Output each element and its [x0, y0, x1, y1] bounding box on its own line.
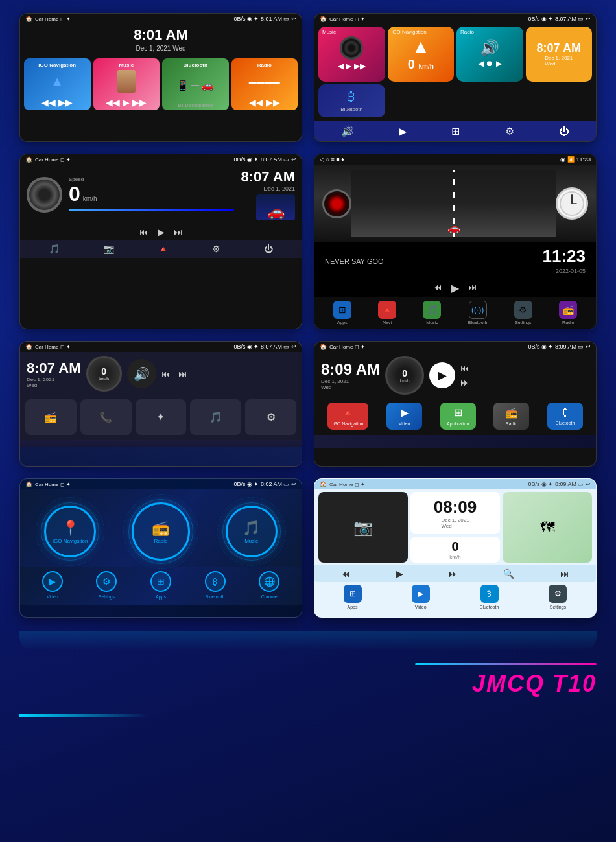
vinyl-large-s3 [27, 177, 62, 213]
home-icon-3: 🏠 [25, 156, 32, 163]
status-left-2: 🏠 Car Home ◻ ✦ [320, 16, 365, 22]
screen2-content: Music ◀ ▶ ▶▶ iGO Navigation ▲ 0 km/h Rad… [314, 24, 596, 121]
time-display-1: 8:01 AM [20, 24, 302, 45]
app-navi-s6[interactable]: 🔺 iGO Navigation [327, 403, 368, 430]
vinyl-disc-s2 [340, 36, 363, 60]
bt-icon-box-s4: ((·)) [469, 301, 487, 319]
play-circle-s6[interactable]: ▶ [429, 362, 455, 388]
app-video-s7[interactable]: ▶ Video [42, 571, 63, 599]
btn-phone-s5[interactable]: 📞 [80, 399, 132, 435]
app-label-navi: iGO Navigation [38, 62, 76, 68]
btn-settings-s5[interactable]: ⚙ [245, 399, 296, 435]
status-bar-2: 🏠 Car Home ◻ ✦ 0B/s ◉ ✦ 8:07 AM ▭ ↩ [314, 14, 596, 24]
video-icon-s6: ▶ [401, 406, 409, 419]
status-bar-1: 🏠 Car Home ◻ ✦ 0B/s ◉ ✦ 8:01 AM ▭ ↩ [20, 14, 302, 24]
more-s8[interactable]: ⏭ [560, 568, 569, 579]
star-icon-s5: ✦ [156, 411, 165, 423]
app-tile-radio-1[interactable]: Radio ▬▬▬▬ ◀◀ ▶▶ [231, 58, 298, 110]
home-icon-7: 🏠 [25, 481, 32, 487]
bt-widget-s2[interactable]: ₿ Bluetooth [318, 84, 385, 117]
reflection [19, 631, 597, 650]
prev-s8[interactable]: ⏮ [341, 568, 350, 579]
time-block-s6: 8:09 AM Dec 1, 2021 Wed [321, 360, 380, 390]
home-icon-8: 🏠 [320, 481, 327, 487]
bt-icon-s8: ₿ [480, 585, 499, 603]
fc-radio-icon: 📻 [152, 520, 169, 537]
status-bar-8: 🏠 Car Home ◻ ✦ 0B/s ◉ ✦ 8:09 AM ▭ ↩ [314, 479, 596, 489]
app-apps-s8[interactable]: ⊞ Apps [344, 585, 362, 609]
screen5-main: 8:07 AM Dec 1, 2021 Wed 0 km/h 🔊 ⏮ ⏭ [20, 352, 302, 395]
prev-s5[interactable]: ⏮ [161, 369, 171, 379]
app-tile-bt-1[interactable]: Bluetooth 📱 — 🚗 BT Disconnected [162, 58, 229, 110]
app-tile-navi-1[interactable]: iGO Navigation ▲ ◀◀ ▶▶ [24, 58, 91, 110]
play-icon-s3[interactable]: ▶ [158, 227, 165, 237]
btn-music-s5[interactable]: 🎵 [190, 399, 241, 435]
waveform-icon: ▬▬▬▬ [249, 77, 280, 86]
app-video-s6[interactable]: ▶ Video [386, 403, 422, 430]
camera-icon-s3[interactable]: 📷 [103, 244, 114, 254]
power-icon-s3[interactable]: ⏻ [264, 244, 273, 254]
next-s8[interactable]: ⏭ [449, 568, 458, 579]
app-bt-s7[interactable]: ₿ Bluetooth [205, 571, 226, 599]
play-s4[interactable]: ▶ [451, 282, 459, 294]
app-chrome-s7[interactable]: 🌐 Chrome [259, 571, 279, 599]
app-radio-s6[interactable]: 📻 Radio [493, 403, 529, 430]
next-icon-s3[interactable]: ⏭ [174, 227, 183, 237]
fc-navi-s7[interactable]: 📍 iGO Navigation [44, 506, 96, 557]
next-s6[interactable]: ⏭ [460, 377, 469, 388]
bottom-icons-s3: 🎵 📷 🔺 ⚙ ⏻ [20, 240, 302, 258]
app-label-bt: Bluetooth [184, 62, 207, 68]
prev-icon-s3[interactable]: ⏮ [139, 227, 148, 237]
sound-icon-s2[interactable]: 🔊 [341, 125, 354, 137]
app-item-bt-s4[interactable]: ((·)) Bluetooth [468, 301, 488, 325]
screen2-radio-tile[interactable]: Radio 🔊 ◀ ⏺ ▶ [456, 27, 523, 82]
app-settings-s7[interactable]: ⚙ Settings [96, 571, 117, 599]
power-icon-s2[interactable]: ⏻ [559, 126, 569, 137]
prev-s6[interactable]: ⏮ [460, 363, 469, 373]
song-time-row: NEVER SAY GOO 11:23 2022-01-05 [314, 242, 596, 279]
apps-icon-s2[interactable]: ⊞ [451, 125, 460, 137]
screen2-music-tile[interactable]: Music ◀ ▶ ▶▶ [318, 27, 385, 82]
app-item-apps-s4[interactable]: ⊞ Apps [333, 301, 351, 325]
music-icon-s3[interactable]: 🎵 [49, 244, 60, 254]
fc-music-s7[interactable]: 🎵 Music [226, 506, 278, 557]
settings-icon-s2[interactable]: ⚙ [505, 125, 514, 137]
screen-card-1: 🏠 Car Home ◻ ✦ 0B/s ◉ ✦ 8:01 AM ▭ ↩ 8:01… [19, 13, 302, 142]
controls-row-s3: ⏮ ▶ ⏭ [20, 224, 302, 240]
play-icon-s2[interactable]: ▶ [399, 125, 407, 137]
screen5-bg [20, 440, 302, 466]
navi-icon-s6: 🔺 [342, 406, 355, 419]
app-video-s8[interactable]: ▶ Video [412, 585, 430, 609]
prev-s4[interactable]: ⏮ [433, 282, 442, 294]
app-apps-s7[interactable]: ⊞ Apps [150, 571, 171, 599]
screen-card-8: 🏠 Car Home ◻ ✦ 0B/s ◉ ✦ 8:09 AM ▭ ↩ 📷 08… [314, 478, 597, 618]
search-s8[interactable]: 🔍 [503, 568, 514, 579]
road-car-s4: 🚗 [447, 222, 460, 234]
time-car-section: 8:07 AM Dec 1, 2021 🚗 [241, 169, 295, 220]
next-s5[interactable]: ⏭ [178, 369, 187, 379]
app-item-settings-s4[interactable]: ⚙ Settings [514, 301, 532, 325]
next-s4[interactable]: ⏭ [468, 282, 477, 294]
app-application-s6[interactable]: ⊞ Application [440, 403, 476, 430]
app-settings-s8[interactable]: ⚙ Settings [549, 585, 567, 609]
app-label-radio: Radio [257, 62, 272, 68]
app-bt-s8[interactable]: ₿ Bluetooth [480, 585, 499, 609]
play-s8[interactable]: ▶ [396, 568, 403, 579]
app-item-radio-s4[interactable]: 📻 Radio [559, 301, 577, 325]
app-tile-music-1[interactable]: Music ◀◀ ▶ ▶▶ [93, 58, 160, 110]
app-item-navi-s4[interactable]: 🔺 Navi [378, 301, 396, 325]
screen-card-4: ◁ ○ ≡ ■ ♦ ◉ 📶 11:23 🚗 NEVER SAY GOO [314, 154, 597, 329]
screen8-main: 📷 08:09 Dec 1, 2021 Wed 🗺 0 km/h [314, 489, 596, 565]
screen6-bg [314, 435, 596, 448]
apps-icon-s8: ⊞ [344, 585, 362, 603]
app-bluetooth-s6[interactable]: ₿ Bluetooth [547, 403, 583, 430]
btn-star-s5[interactable]: ✦ [136, 399, 187, 435]
fc-radio-s7[interactable]: 📻 Radio [132, 502, 190, 561]
radio-icon-s6: 📻 [505, 406, 518, 419]
screen2-navi-tile[interactable]: iGO Navigation ▲ 0 km/h [388, 27, 455, 82]
btn-radio-s5[interactable]: 📻 [25, 399, 77, 435]
navi-icon-s3[interactable]: 🔺 [158, 244, 169, 254]
screen-card-2: 🏠 Car Home ◻ ✦ 0B/s ◉ ✦ 8:07 AM ▭ ↩ Musi… [314, 13, 597, 142]
app-item-music-s4[interactable]: 🎵 Music [423, 301, 441, 325]
settings-icon-s3[interactable]: ⚙ [212, 244, 220, 254]
